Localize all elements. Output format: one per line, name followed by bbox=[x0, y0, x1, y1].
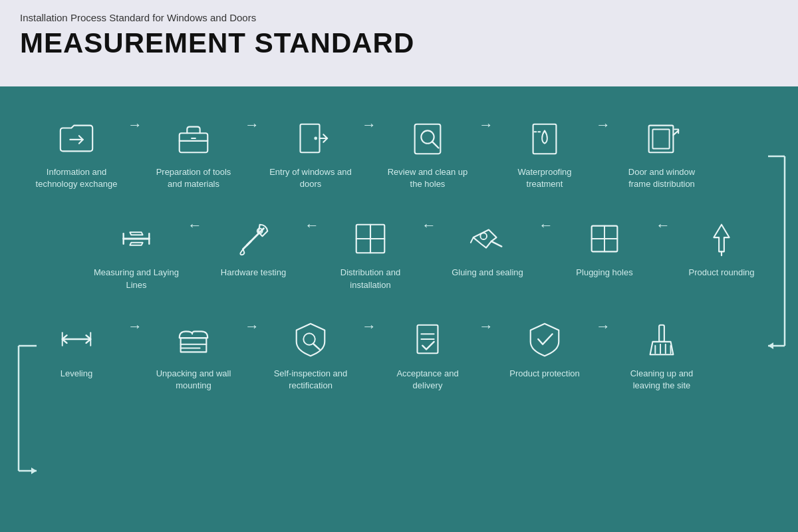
waterproof-icon bbox=[523, 116, 567, 160]
step-unpacking: Unpacking and wall mounting bbox=[144, 318, 243, 392]
step-cleaning-label: Cleaning up and leaving the site bbox=[618, 368, 705, 392]
arrow-3-2-3: → bbox=[245, 318, 259, 335]
svg-line-17 bbox=[432, 141, 439, 148]
step-gluing: Gluing and sealing bbox=[438, 217, 537, 279]
arrow-2-3: → bbox=[245, 116, 259, 134]
step-review: Review and clean up the holes bbox=[378, 116, 477, 190]
svg-rect-9 bbox=[180, 133, 208, 152]
step-info: Information and technology exchange bbox=[27, 116, 126, 190]
step-acceptance: Acceptance and delivery bbox=[378, 318, 477, 392]
svg-line-33 bbox=[243, 228, 264, 249]
svg-rect-15 bbox=[415, 124, 441, 153]
arrow-r-45: ← bbox=[539, 217, 553, 234]
protect-icon bbox=[523, 318, 567, 361]
step-unpacking-label: Unpacking and wall mounting bbox=[150, 368, 237, 392]
frame-icon bbox=[640, 116, 684, 160]
search-icon bbox=[406, 116, 450, 160]
step-frame: Door and window frame distribution bbox=[612, 116, 712, 190]
step-gluing-label: Gluing and sealing bbox=[452, 267, 523, 279]
arrow-3-5-6: → bbox=[596, 318, 610, 335]
glue-icon bbox=[466, 217, 509, 260]
row-3: Leveling → Unpacking and wall mounting → bbox=[27, 318, 771, 392]
svg-rect-18 bbox=[533, 124, 557, 153]
row-1: Information and technology exchange → Pr… bbox=[27, 116, 771, 190]
main-content: Information and technology exchange → Pr… bbox=[0, 86, 798, 532]
step-rounding-label: Product rounding bbox=[688, 267, 754, 279]
plug-icon bbox=[583, 217, 626, 260]
arrow-3-4-5: → bbox=[479, 318, 493, 335]
step-hardware-label: Hardware testing bbox=[221, 267, 286, 279]
step-plugging-label: Plugging holes bbox=[576, 267, 632, 279]
step-plugging: Plugging holes bbox=[555, 217, 654, 279]
accept-icon bbox=[406, 318, 450, 361]
step-self-inspect-label: Self-inspection and rectification bbox=[267, 368, 354, 392]
svg-line-35 bbox=[247, 241, 251, 245]
step-frame-label: Door and window frame distribution bbox=[618, 166, 705, 190]
step-distribution-label: Distribution and installation bbox=[327, 267, 414, 291]
step-hardware: Hardware testing bbox=[203, 217, 303, 279]
svg-line-45 bbox=[313, 344, 320, 350]
arrow-1-2: → bbox=[128, 116, 142, 134]
step-review-label: Review and clean up the holes bbox=[384, 166, 471, 190]
arrow-r-34: ← bbox=[422, 217, 436, 234]
step-info-label: Information and technology exchange bbox=[33, 166, 120, 190]
step-distribution: Distribution and installation bbox=[321, 217, 420, 291]
arrow-5-6: → bbox=[596, 116, 610, 134]
clean-icon bbox=[640, 318, 684, 361]
step-acceptance-label: Acceptance and delivery bbox=[384, 368, 471, 392]
measure-icon bbox=[115, 217, 158, 260]
step-cleaning: Cleaning up and leaving the site bbox=[612, 318, 712, 392]
header: Installation Process Standard for Window… bbox=[0, 0, 798, 86]
step-waterproof-label: Waterproofing treatment bbox=[501, 166, 588, 190]
step-entry-label: Entry of windows and doors bbox=[267, 166, 354, 190]
hardware-icon bbox=[232, 217, 275, 260]
step-leveling-label: Leveling bbox=[61, 368, 92, 380]
step-rounding: Product rounding bbox=[672, 217, 771, 279]
toolbox-icon bbox=[172, 116, 215, 160]
step-leveling: Leveling bbox=[27, 318, 126, 380]
round-icon bbox=[700, 217, 743, 260]
arrow-3-3-4: → bbox=[362, 318, 376, 335]
arrow-4-5: → bbox=[479, 116, 493, 134]
step-protection-label: Product protection bbox=[509, 368, 580, 380]
svg-rect-49 bbox=[659, 325, 664, 342]
folder-icon bbox=[55, 116, 98, 160]
header-title: MEASUREMENT STANDARD bbox=[20, 27, 778, 59]
step-self-inspect: Self-inspection and rectification bbox=[261, 318, 360, 392]
level-icon bbox=[55, 318, 98, 361]
inspect-icon bbox=[289, 318, 332, 361]
header-subtitle: Installation Process Standard for Window… bbox=[20, 12, 778, 23]
svg-point-14 bbox=[314, 136, 317, 140]
svg-line-27 bbox=[491, 241, 501, 247]
arrow-3-4: → bbox=[362, 116, 376, 134]
unpack-icon bbox=[172, 318, 215, 361]
distribute-icon bbox=[349, 217, 392, 260]
svg-line-22 bbox=[673, 130, 678, 135]
arrow-3-1-2: → bbox=[128, 318, 142, 335]
svg-rect-21 bbox=[652, 129, 669, 148]
step-tools-label: Preparation of tools and materials bbox=[150, 166, 237, 190]
step-measuring: Measuring and Laying Lines bbox=[86, 217, 186, 291]
svg-line-29 bbox=[471, 237, 473, 243]
step-entry: Entry of windows and doors bbox=[261, 116, 360, 190]
door-entry-icon bbox=[289, 116, 332, 160]
arrow-r-56: ← bbox=[656, 217, 670, 234]
arrow-r-12: ← bbox=[188, 217, 202, 234]
step-measuring-label: Measuring and Laying Lines bbox=[93, 267, 180, 291]
svg-marker-7 bbox=[31, 467, 37, 474]
step-waterproof: Waterproofing treatment bbox=[495, 116, 595, 190]
step-protection: Product protection bbox=[495, 318, 595, 380]
row-2: Product rounding ← Plugging holes ← bbox=[27, 217, 771, 291]
svg-point-28 bbox=[480, 233, 487, 239]
arrow-r-23: ← bbox=[305, 217, 319, 234]
step-tools: Preparation of tools and materials bbox=[144, 116, 243, 190]
